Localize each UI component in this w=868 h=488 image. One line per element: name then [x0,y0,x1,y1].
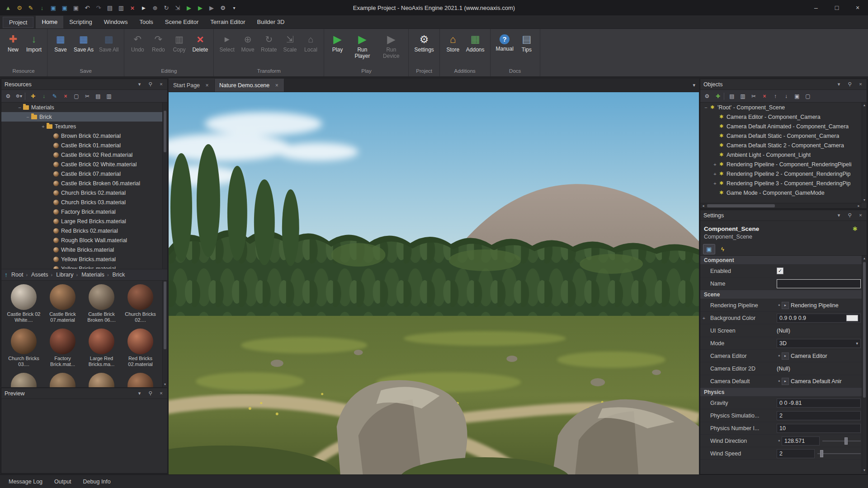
toolbar-icon[interactable]: ▥ [104,91,114,101]
ribbon-button[interactable]: ↶ Undo [127,32,147,55]
quickbar-icon[interactable]: ⚙ [217,3,228,13]
tab-list-icon[interactable]: ▾ [693,82,695,88]
reference-button[interactable] [782,378,789,385]
material-thumbnail[interactable]: Castle Brick 07.material [44,284,81,328]
property-row[interactable]: Rendering Pipeline Rendering Pipeline Re… [700,299,867,312]
resource-tree-item[interactable]: Brown Brick 02.material [1,131,167,141]
toolbar-icon[interactable]: ✂ [82,91,92,101]
reference-button[interactable] [782,352,789,360]
scene-object-item[interactable]: Camera Default Static 2 - Component_Came… [700,141,867,150]
menu-item[interactable]: Project [3,17,33,28]
material-thumbnail[interactable] [44,373,81,387]
quickbar-icon[interactable]: ⊕ [150,3,160,13]
breadcrumb-item[interactable]: Assets › [30,271,55,278]
scrollbar-thumb[interactable] [707,204,775,207]
quickbar-icon[interactable]: ▣ [71,3,81,13]
value-slider[interactable] [817,450,861,458]
scene-object-item[interactable]: Camera Editor - Component_Camera [700,112,867,122]
pin-icon[interactable]: ⚲ [147,81,153,87]
toolbar-icon[interactable]: ↓ [781,91,791,101]
ribbon-button[interactable]: ▶ Run Device [377,32,405,61]
ribbon-button[interactable]: ↷ Redo [148,32,168,55]
resource-tree-item[interactable]: Rough Block Wall.material [1,235,167,245]
menu-item[interactable]: Builder 3D [251,16,291,28]
property-value-field[interactable] [777,279,861,288]
tree-expander-icon[interactable]: + [712,181,718,186]
resource-tree-item[interactable]: Castle Brick 02 Red.material [1,150,167,160]
toolbar-icon[interactable]: ▢ [803,91,813,101]
scene-object-item[interactable]: − 'Root' - Component_Scene [700,103,867,112]
breadcrumb-item[interactable]: Brick › [112,271,126,278]
property-row[interactable]: Name [700,277,867,290]
scene-object-item[interactable]: Camera Default Static - Component_Camera [700,131,867,141]
material-thumbnail[interactable] [5,373,42,387]
material-thumbnail[interactable]: Red Bricks 02.material [122,328,159,372]
ribbon-button[interactable]: ▶ Run Player [348,32,376,61]
resource-tree-item[interactable]: Castle Brick 01.material [1,141,167,150]
quickbar-icon[interactable]: × [127,3,138,13]
property-row[interactable]: Mode 3D 3D [700,337,867,350]
tree-expander-icon[interactable]: + [712,162,718,167]
property-row[interactable]: Physics Number I... 10 10 [700,422,867,435]
resource-tree-item[interactable]: Red Bricks 02.material [1,226,167,235]
ribbon-button[interactable]: ▦ Save [51,32,71,55]
ribbon-button[interactable]: ↓ Import [24,32,44,55]
property-value-field[interactable]: 0.9 0.9 0.9 [777,314,861,323]
value-slider[interactable] [822,437,861,445]
resource-tree-item[interactable]: Castle Brick 07.material [1,169,167,178]
panel-menu-icon[interactable]: ▾ [836,81,842,87]
ribbon-button[interactable]: ▦ Addons [464,32,487,55]
property-row[interactable]: Physics [700,388,867,397]
resource-tree-item[interactable]: Castle Brick Broken 06.material [1,178,167,188]
settings-tab[interactable]: ϟ [717,244,729,254]
resource-tree-item[interactable]: − Materials [1,103,167,112]
property-row[interactable]: Enabled [700,265,867,277]
quickbar-icon[interactable]: ▣ [48,3,59,13]
property-row[interactable]: Gravity 0 0 -9.81 0 0 -9.81 [700,397,867,409]
thumbnails-scrollbar[interactable]: ▾ [162,281,167,387]
viewport-3d[interactable] [169,92,699,474]
resource-tree-item[interactable]: Church Bricks 03.material [1,197,167,207]
menu-item[interactable]: Terrain Editor [204,16,251,28]
toolbar-icon[interactable]: × [760,91,769,101]
ribbon-button[interactable]: ▥ Copy [169,32,189,55]
toolbar-icon[interactable]: ▢ [71,91,81,101]
toolbar-icon[interactable]: × [61,91,71,101]
quickbar-icon[interactable]: ▾ [229,3,240,13]
scroll-up-icon[interactable]: ▴ [862,103,867,108]
property-row[interactable]: Background Color 0.9 0.9 0.9 0.9 0.9 0.9 [700,312,867,324]
document-tab[interactable]: Start Page [169,79,215,92]
close-button[interactable]: × [847,0,868,15]
tree-expander-icon[interactable]: − [25,114,31,120]
property-row[interactable]: Physics Simulatio... 2 2 [700,409,867,422]
resource-tree-item[interactable]: Factory Brick.material [1,207,167,216]
toolbar-icon[interactable]: ▤ [727,91,737,101]
ribbon-button[interactable]: ? Manual [494,32,516,54]
menu-item[interactable]: Scene Editor [159,16,204,28]
close-icon[interactable]: × [158,81,164,87]
property-value-field[interactable]: 3D [777,339,861,348]
ribbon-button[interactable]: ⌂ Local [301,32,321,55]
ribbon-button[interactable]: ↻ Rotate [259,32,279,55]
menu-item[interactable]: Scripting [63,16,98,28]
ribbon-button[interactable]: ⚙ Settings [412,32,436,55]
scene-object-item[interactable]: + Rendering Pipeline 3 - Component_Rende… [700,178,867,188]
tab-close-icon[interactable] [204,82,210,89]
resource-tree-item[interactable]: − Brick [1,112,167,122]
tree-expander-icon[interactable]: − [703,105,709,110]
material-thumbnail[interactable]: Church Bricks 02.... [122,284,159,328]
quickbar-icon[interactable]: ▲ [3,3,14,13]
panel-menu-icon[interactable]: ▾ [137,81,142,87]
material-thumbnail[interactable]: Castle Brick Broken 06.... [83,284,120,328]
breadcrumb-item[interactable]: Library › [55,271,80,278]
quickbar-icon[interactable]: ↷ [93,3,104,13]
scroll-down-icon[interactable]: ▾ [862,468,867,473]
maximize-button[interactable]: □ [826,0,847,15]
quickbar-icon[interactable]: ⚙ [14,3,25,13]
property-value-field[interactable]: 2 [777,449,815,458]
tree-expander-icon[interactable]: + [40,124,46,129]
ribbon-button[interactable]: ⊕ Move [238,32,258,55]
material-thumbnail[interactable] [83,373,120,387]
quickbar-icon[interactable]: ▥ [116,3,127,13]
property-row[interactable]: Wind Direction 128.571 128.571 [700,435,867,447]
